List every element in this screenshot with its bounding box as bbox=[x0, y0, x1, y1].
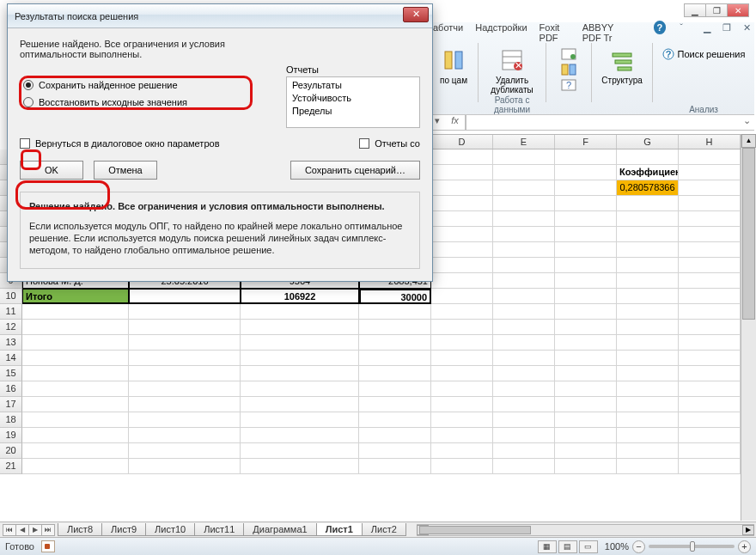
cell-a10[interactable]: Итого bbox=[22, 289, 129, 304]
vertical-scrollbar[interactable]: ▲ bbox=[741, 134, 756, 521]
reports-listbox[interactable]: Результаты Устойчивость Пределы bbox=[286, 76, 420, 128]
scroll-up-icon[interactable]: ▲ bbox=[741, 134, 756, 148]
sheet-tab[interactable]: Лист9 bbox=[101, 523, 146, 536]
text-to-columns-icon[interactable] bbox=[440, 46, 467, 74]
cancel-button[interactable]: Отмена bbox=[94, 161, 157, 180]
next-sheet-icon[interactable]: ▶ bbox=[28, 524, 42, 536]
outline-label[interactable]: Структура bbox=[601, 76, 642, 85]
sheet-tab[interactable]: Лист8 bbox=[58, 523, 102, 536]
outline-icon[interactable] bbox=[608, 46, 636, 74]
radio-keep-solution-label: Сохранить найденное решение bbox=[39, 80, 178, 90]
report-option[interactable]: Устойчивость bbox=[292, 92, 414, 105]
ribbon-close-btn[interactable]: ✕ bbox=[740, 21, 754, 38]
svg-text:?: ? bbox=[665, 49, 671, 59]
tab-foxit[interactable]: Foxit PDF bbox=[536, 21, 574, 38]
normal-view-icon[interactable]: ▦ bbox=[538, 540, 557, 553]
zoom-label[interactable]: 100% bbox=[605, 541, 629, 552]
page-break-icon[interactable]: ▭ bbox=[579, 540, 598, 553]
tab-developer[interactable]: аботчи bbox=[430, 21, 466, 38]
ribbon-group-analysis: ? Поиск решения Анализ bbox=[653, 43, 754, 102]
col-f[interactable]: F bbox=[555, 135, 617, 149]
scroll-right-icon[interactable]: ▶ bbox=[742, 525, 754, 535]
horizontal-scrollbar[interactable]: ◀ ▶ bbox=[417, 524, 754, 536]
return-to-params-checkbox[interactable]: Вернуться в диалоговое окно параметров bbox=[20, 138, 220, 149]
data-validation-icon[interactable] bbox=[561, 48, 576, 62]
ribbon-min-btn[interactable]: ▁ bbox=[700, 21, 714, 38]
first-sheet-icon[interactable]: ⏮ bbox=[3, 524, 16, 536]
svg-rect-15 bbox=[618, 67, 631, 70]
fx-icon[interactable]: fx bbox=[445, 115, 466, 130]
coeff-label-cell[interactable]: Коэффициент bbox=[617, 165, 679, 180]
last-sheet-icon[interactable]: ⏭ bbox=[41, 524, 55, 536]
sheet-tab[interactable]: Лист2 bbox=[362, 523, 406, 536]
svg-rect-14 bbox=[615, 60, 631, 64]
dialog-close-button[interactable]: ✕ bbox=[403, 7, 429, 22]
radio-keep-solution[interactable]: Сохранить найденное решение bbox=[23, 80, 265, 90]
macro-record-icon[interactable] bbox=[41, 540, 55, 552]
whatif-icon[interactable]: ? bbox=[561, 79, 576, 93]
formula-expand[interactable]: ⌄ bbox=[739, 115, 754, 130]
solver-results-dialog: Результаты поиска решения ✕ Решение найд… bbox=[7, 3, 433, 282]
tab-addins[interactable]: Надстройки bbox=[472, 21, 530, 38]
ribbon-rest-btn[interactable]: ❐ bbox=[719, 21, 735, 38]
info-paragraph: Если используется модуль ОПГ, то найдено… bbox=[29, 220, 411, 256]
scroll-thumb[interactable] bbox=[742, 148, 755, 320]
ribbon-group-remove-dup: ✕ Удалить дубликаты Работа с данными bbox=[479, 43, 546, 102]
zoom-knob[interactable] bbox=[690, 541, 695, 552]
help-icon[interactable]: ? bbox=[654, 21, 667, 34]
ok-button[interactable]: OK bbox=[20, 161, 83, 180]
sheet-tab[interactable]: Лист10 bbox=[145, 523, 195, 536]
status-ready: Готово bbox=[5, 541, 34, 552]
group-data-label: Работа с данными bbox=[479, 95, 546, 114]
row-head-10[interactable]: 10 bbox=[0, 289, 22, 304]
cell-b10[interactable] bbox=[129, 289, 241, 304]
col-h[interactable]: H bbox=[679, 135, 741, 149]
dialog-message: Решение найдено. Все ограничения и услов… bbox=[20, 39, 277, 59]
remove-duplicates-icon[interactable]: ✕ bbox=[498, 46, 526, 74]
zoom-in-icon[interactable]: + bbox=[738, 540, 751, 553]
save-scenario-button[interactable]: Сохранить сценарий… bbox=[290, 161, 420, 180]
zoom-slider[interactable] bbox=[649, 545, 735, 548]
hscroll-thumb[interactable] bbox=[419, 526, 531, 534]
formula-bar[interactable] bbox=[466, 115, 739, 130]
svg-point-8 bbox=[570, 54, 576, 59]
sheet-tab[interactable]: Диаграмма1 bbox=[243, 523, 316, 536]
coeff-value-cell[interactable]: 0,280578366 bbox=[617, 180, 679, 196]
radio-restore-values[interactable]: Восстановить исходные значения bbox=[23, 97, 265, 107]
svg-text:✕: ✕ bbox=[515, 60, 522, 70]
svg-rect-1 bbox=[455, 52, 462, 69]
reports-with-label: Отчеты со bbox=[375, 138, 420, 149]
info-header: Решение найдено. Все ограничения и услов… bbox=[29, 201, 411, 211]
radio-icon bbox=[23, 97, 34, 107]
prev-sheet-icon[interactable]: ◀ bbox=[15, 524, 29, 536]
sheet-tab[interactable]: Лист11 bbox=[194, 523, 244, 536]
tab-abbyy[interactable]: ABBYY PDF Tr bbox=[579, 21, 633, 38]
sheet-tab-active[interactable]: Лист1 bbox=[316, 523, 363, 536]
cell-d10[interactable]: 30000 bbox=[359, 289, 431, 304]
return-to-params-label: Вернуться в диалоговое окно параметров bbox=[35, 138, 220, 149]
reports-with-checkbox[interactable]: Отчеты со bbox=[359, 138, 420, 149]
sheet-nav-buttons: ⏮ ◀ ▶ ⏭ bbox=[3, 524, 55, 536]
svg-rect-0 bbox=[445, 52, 452, 69]
col-e[interactable]: E bbox=[493, 135, 555, 149]
ribbon-group-extra: ? bbox=[546, 43, 592, 102]
svg-text:?: ? bbox=[566, 80, 571, 90]
minimize-button[interactable]: ▁ bbox=[684, 3, 706, 17]
solver-button[interactable]: ? Поиск решения bbox=[662, 48, 746, 60]
zoom-out-icon[interactable]: − bbox=[632, 540, 645, 553]
col-g[interactable]: G bbox=[617, 135, 679, 149]
col-d[interactable]: D bbox=[431, 135, 493, 149]
page-layout-icon[interactable]: ▤ bbox=[558, 540, 577, 553]
consolidate-icon[interactable] bbox=[561, 64, 576, 77]
ribbon-group-text-to-cols: по цам bbox=[430, 43, 479, 102]
cell-c10[interactable]: 106922 bbox=[241, 289, 359, 304]
solver-label: Поиск решения bbox=[678, 49, 746, 59]
restore-button[interactable]: ❐ bbox=[705, 3, 728, 17]
minimize-ribbon-icon[interactable]: ˇ bbox=[676, 21, 686, 38]
svg-rect-13 bbox=[613, 53, 631, 57]
radio-icon bbox=[23, 80, 34, 90]
report-option[interactable]: Результаты bbox=[292, 79, 414, 92]
report-option[interactable]: Пределы bbox=[292, 105, 414, 118]
dialog-titlebar[interactable]: Результаты поиска решения ✕ bbox=[8, 4, 432, 28]
close-window-button[interactable]: ✕ bbox=[727, 3, 749, 17]
